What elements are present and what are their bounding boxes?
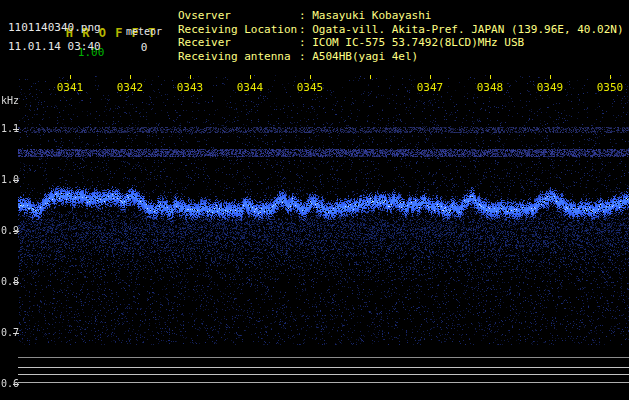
time-tick-label: 0341 (57, 81, 84, 94)
time-tick-label: 0345 (297, 81, 324, 94)
info-row-label: Receiving Location (178, 23, 299, 37)
info-row-colon: : (299, 36, 312, 49)
time-tick-label: 0348 (477, 81, 504, 94)
meteor-counter-label: meteor (118, 26, 170, 37)
freq-tick-mark (13, 180, 19, 181)
time-tick-label: 0350 (597, 81, 624, 94)
time-tick-mark (250, 75, 251, 79)
info-row: Receiving Location: Ogata-vill. Akita-Pr… (178, 23, 624, 37)
info-row: Ovserver: Masayuki Kobayashi (178, 9, 624, 23)
time-tick-mark (490, 75, 491, 79)
time-tick-mark (370, 75, 371, 79)
freq-tick-mark (13, 231, 19, 232)
info-row-colon: : (299, 23, 312, 36)
observation-timestamp: 11.01.14 03:40 (8, 40, 101, 53)
info-row-label: Receiving antenna (178, 50, 299, 64)
meteor-counter-value: 0 (118, 41, 170, 54)
time-tick-mark (610, 75, 611, 79)
meteor-counter: meteor 0 (118, 26, 170, 54)
freq-tick-mark (13, 333, 19, 334)
output-filename: 1101140340.png (8, 21, 101, 34)
spectrogram-canvas (18, 75, 629, 400)
time-tick-label: 0344 (237, 81, 264, 94)
info-row-value: ICOM IC-575 53.7492(8LCD)MHz USB (312, 36, 524, 49)
info-row: Receiver: ICOM IC-575 53.7492(8LCD)MHz U… (178, 36, 624, 50)
info-row-label: Receiver (178, 36, 299, 50)
time-tick-mark (70, 75, 71, 79)
time-tick-mark (310, 75, 311, 79)
time-tick-mark (430, 75, 431, 79)
info-row-value: Ogata-vill. Akita-Pref. JAPAN (139.96E, … (312, 23, 623, 36)
freq-tick-mark (13, 129, 19, 130)
info-row-value: Masayuki Kobayashi (312, 9, 431, 22)
info-row-colon: : (299, 50, 312, 63)
info-row-colon: : (299, 9, 312, 22)
time-tick-mark (190, 75, 191, 79)
spectrogram-panel: kHz 1.11.00.90.80.70.6034103420343034403… (0, 75, 629, 400)
frequency-unit-label: kHz (1, 95, 19, 106)
time-tick-label: 0343 (177, 81, 204, 94)
time-tick-mark (550, 75, 551, 79)
observer-info: Ovserver: Masayuki KobayashiReceiving Lo… (178, 9, 624, 63)
time-tick-label: 0349 (537, 81, 564, 94)
info-row-label: Ovserver (178, 9, 299, 23)
hrofft-screenshot: H R O F F T 1.00 1101140340.png 11.01.14… (0, 0, 629, 400)
info-row: Receiving antenna: A504HB(yagi 4el) (178, 50, 624, 64)
time-tick-mark (130, 75, 131, 79)
freq-tick-mark (13, 282, 19, 283)
info-row-value: A504HB(yagi 4el) (312, 50, 418, 63)
time-tick-label: 0347 (417, 81, 444, 94)
time-tick-label: 0342 (117, 81, 144, 94)
freq-tick-mark (13, 384, 19, 385)
